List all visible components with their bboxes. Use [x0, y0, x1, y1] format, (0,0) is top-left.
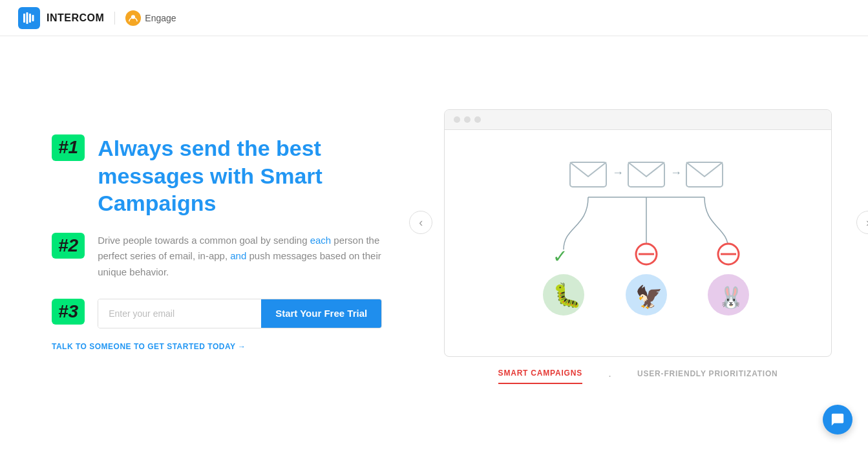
description-text: Drive people towards a common goal by se…: [98, 233, 382, 281]
browser-dot-3: [474, 116, 481, 123]
svg-rect-0: [23, 14, 25, 23]
logo-area: INTERCOM Engage: [18, 7, 176, 29]
smart-campaigns-illustration: → →: [476, 149, 799, 330]
logo-text: INTERCOM: [47, 12, 104, 24]
talk-link[interactable]: TALK TO SOMEONE TO GET STARTED TODAY →: [52, 342, 246, 351]
browser-content: → →: [445, 130, 831, 356]
header-divider: [114, 12, 115, 25]
step1-badge: #1: [52, 134, 85, 160]
feature-tabs: SMART CAMPAIGNS · USER-FRIENDLY PRIORITI…: [492, 369, 785, 384]
browser-mockup: → →: [444, 109, 832, 357]
prev-arrow[interactable]: ‹: [409, 211, 432, 234]
chat-icon: [831, 412, 845, 427]
svg-point-4: [131, 15, 135, 19]
step1-row: #1 Always send the best messages with Sm…: [52, 134, 382, 217]
email-input[interactable]: [98, 299, 261, 328]
main-title: Always send the best messages with Smart…: [98, 134, 382, 217]
svg-text:🦅: 🦅: [635, 284, 663, 310]
engage-badge: Engage: [125, 10, 176, 26]
step2-badge: #2: [52, 233, 85, 259]
engage-label: Engage: [145, 13, 176, 23]
email-form: Start Your Free Trial: [98, 299, 382, 328]
trial-button[interactable]: Start Your Free Trial: [261, 299, 381, 328]
tab-separator: ·: [608, 369, 611, 383]
browser-dot-2: [464, 116, 471, 123]
right-panel: ‹ →: [421, 96, 868, 391]
intercom-logo-icon[interactable]: [18, 7, 40, 29]
engage-icon: [125, 10, 141, 26]
svg-text:🐰: 🐰: [718, 285, 744, 310]
step3-row: #3 Start Your Free Trial: [52, 299, 382, 328]
left-panel: #1 Always send the best messages with Sm…: [0, 109, 421, 378]
browser-dot-1: [454, 116, 460, 123]
svg-rect-1: [26, 12, 28, 24]
chat-bubble[interactable]: [823, 405, 852, 434]
svg-text:✓: ✓: [553, 246, 567, 266]
next-arrow[interactable]: ›: [856, 211, 868, 234]
tab-user-friendly[interactable]: USER-FRIENDLY PRIORITIZATION: [637, 369, 778, 383]
svg-text:→: →: [612, 166, 624, 179]
header: INTERCOM Engage: [0, 0, 868, 36]
svg-rect-3: [32, 15, 34, 21]
svg-text:→: →: [670, 166, 682, 179]
step3-badge: #3: [52, 299, 85, 325]
svg-rect-2: [29, 14, 31, 23]
step2-row: #2 Drive people towards a common goal by…: [52, 233, 382, 281]
tab-smart-campaigns[interactable]: SMART CAMPAIGNS: [498, 369, 582, 384]
svg-text:🐛: 🐛: [553, 281, 582, 309]
browser-bar: [445, 110, 831, 130]
main-container: #1 Always send the best messages with Sm…: [0, 36, 868, 450]
